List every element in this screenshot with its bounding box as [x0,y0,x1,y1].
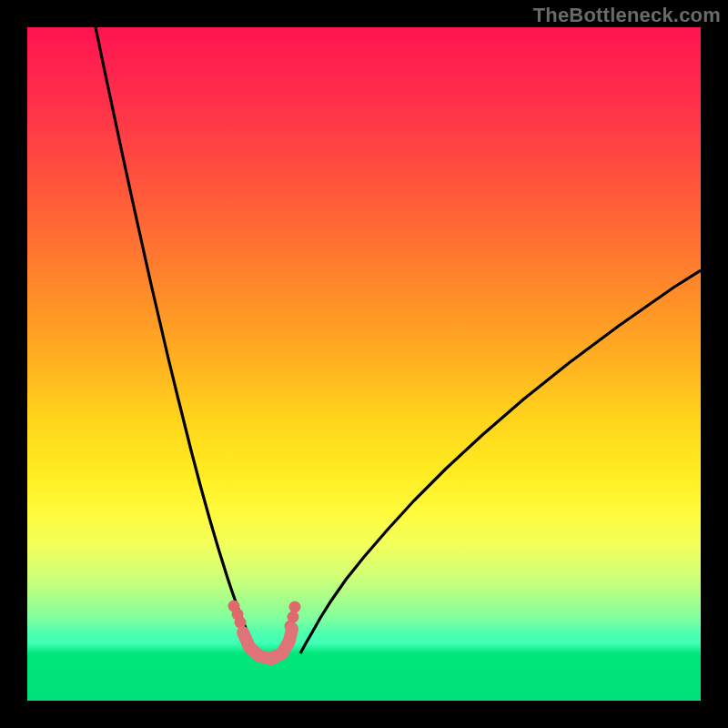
curve-right [300,270,701,653]
curve-left [96,27,258,655]
watermark-text: TheBottleneck.com [533,4,721,27]
valley-worm [243,629,292,659]
valley-marker [289,602,301,613]
chart-svg [27,27,701,701]
outer-frame: TheBottleneck.com [0,0,728,728]
chart-area [27,27,701,701]
